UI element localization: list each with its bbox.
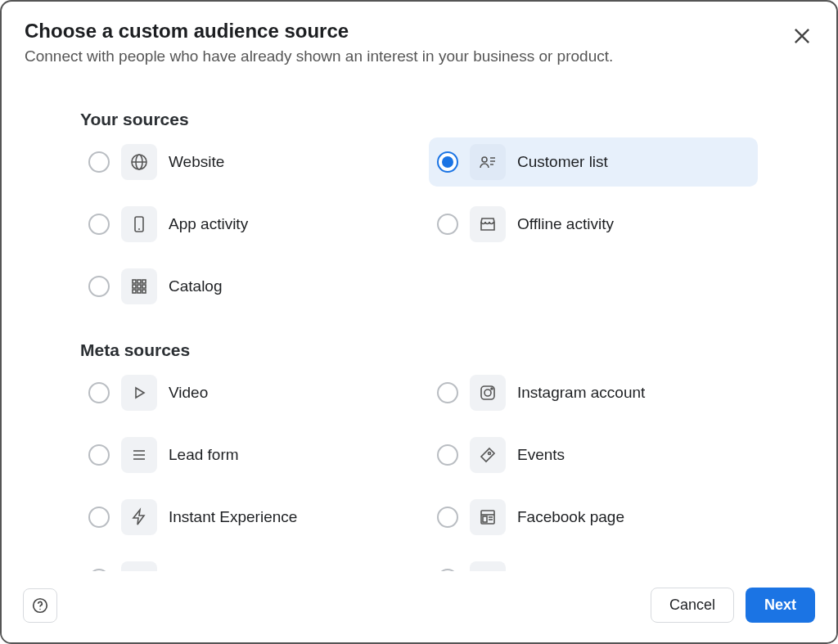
option-instagram[interactable]: Instagram account: [429, 368, 758, 417]
radio-button[interactable]: [88, 507, 110, 528]
next-button[interactable]: Next: [746, 588, 815, 623]
svg-rect-12: [137, 280, 141, 283]
modal-title: Choose a custom audience source: [25, 20, 813, 43]
option-label: Instagram account: [517, 384, 645, 402]
svg-rect-19: [142, 290, 146, 293]
radio-button[interactable]: [437, 507, 458, 528]
option-label: Offline activity: [517, 215, 614, 233]
option-customer-list[interactable]: Customer list: [429, 137, 758, 187]
page-icon: [470, 499, 506, 535]
custom-audience-modal: Choose a custom audience source Connect …: [0, 0, 838, 644]
help-button[interactable]: [23, 588, 57, 623]
svg-rect-14: [133, 285, 136, 288]
option-catalog[interactable]: Catalog: [80, 262, 409, 311]
svg-point-22: [484, 390, 491, 396]
lightning-icon: [121, 499, 157, 535]
your-sources-title: Your sources: [80, 110, 758, 129]
option-website[interactable]: Website: [80, 137, 409, 187]
option-facebook-page[interactable]: Facebook page: [429, 493, 758, 542]
svg-rect-13: [142, 280, 146, 283]
meta-sources-grid: Video Instagram account Lead form: [80, 368, 758, 604]
modal-footer: Cancel Next: [2, 571, 836, 642]
radio-button[interactable]: [437, 444, 458, 466]
option-offline-activity[interactable]: Offline activity: [429, 200, 758, 249]
option-label: Catalog: [169, 277, 223, 295]
close-icon[interactable]: [791, 25, 813, 47]
option-events[interactable]: Events: [429, 430, 758, 480]
svg-point-27: [489, 453, 491, 455]
phone-icon: [121, 206, 157, 242]
option-video[interactable]: Video: [80, 368, 409, 417]
svg-rect-11: [133, 280, 136, 283]
radio-button[interactable]: [88, 214, 110, 235]
option-lead-form[interactable]: Lead form: [80, 430, 409, 480]
option-label: Instant Experience: [169, 508, 297, 526]
modal-body: Your sources Website Customer list: [2, 72, 836, 604]
people-list-icon: [470, 144, 506, 180]
option-label: App activity: [169, 215, 248, 233]
radio-button[interactable]: [437, 151, 458, 173]
svg-point-5: [482, 157, 487, 162]
radio-button[interactable]: [437, 382, 458, 403]
option-label: Website: [169, 153, 224, 171]
option-label: Events: [517, 446, 565, 464]
ticket-icon: [470, 437, 506, 473]
modal-subtitle: Connect with people who have already sho…: [25, 47, 813, 65]
option-label: Customer list: [517, 153, 608, 171]
svg-point-38: [39, 608, 40, 609]
svg-rect-18: [137, 290, 141, 293]
your-sources-grid: Website Customer list App activity: [80, 137, 758, 311]
radio-button[interactable]: [88, 151, 110, 173]
globe-icon: [121, 144, 157, 180]
option-label: Facebook page: [517, 508, 624, 526]
cancel-button[interactable]: Cancel: [651, 588, 734, 623]
instagram-icon: [470, 375, 506, 411]
lines-icon: [121, 437, 157, 473]
grid-icon: [121, 268, 157, 304]
svg-point-23: [491, 388, 493, 390]
svg-rect-16: [142, 285, 146, 288]
radio-button[interactable]: [88, 276, 110, 297]
meta-sources-title: Meta sources: [80, 340, 758, 360]
radio-button[interactable]: [88, 444, 110, 466]
option-label: Lead form: [169, 446, 239, 464]
option-app-activity[interactable]: App activity: [80, 200, 409, 249]
svg-rect-17: [133, 290, 136, 293]
radio-button[interactable]: [88, 382, 110, 403]
option-label: Video: [169, 384, 208, 402]
svg-rect-31: [483, 516, 487, 522]
svg-marker-28: [133, 510, 144, 525]
option-instant-experience[interactable]: Instant Experience: [80, 493, 409, 542]
modal-header: Choose a custom audience source Connect …: [2, 2, 836, 72]
svg-rect-15: [137, 285, 141, 288]
storefront-icon: [470, 206, 506, 242]
play-icon: [121, 375, 157, 411]
radio-button[interactable]: [437, 214, 458, 235]
svg-marker-20: [136, 388, 144, 398]
